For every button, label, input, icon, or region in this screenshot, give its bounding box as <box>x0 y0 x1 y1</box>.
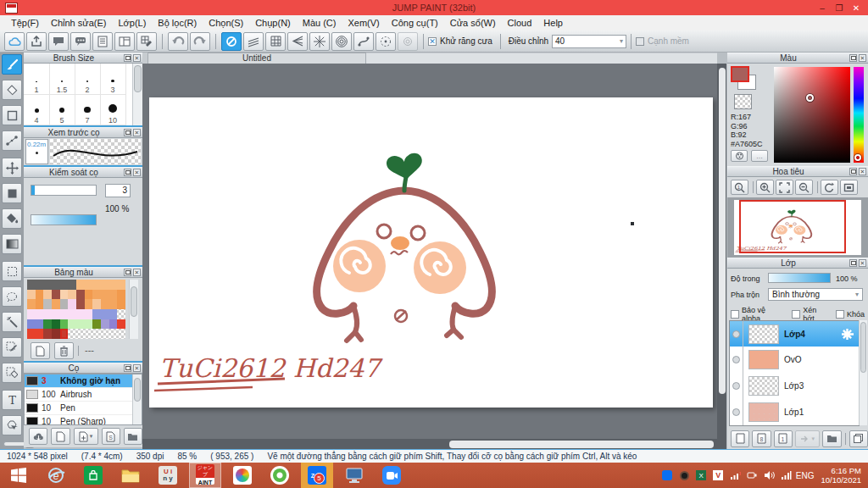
popout-icon[interactable] <box>849 54 857 62</box>
panel-header-brush-control[interactable]: Kiểm soát cọ ✕ <box>24 167 142 178</box>
canvas-hscrollbar[interactable] <box>142 439 726 449</box>
menu-help[interactable]: Help <box>537 18 569 28</box>
palette-swatch[interactable] <box>52 290 60 300</box>
close-icon[interactable]: ✕ <box>133 364 141 372</box>
brush-list-item[interactable]: 10Pen <box>25 402 142 415</box>
palette-swatch[interactable] <box>76 280 85 290</box>
close-icon[interactable]: ✕ <box>859 259 866 267</box>
palette-swatch[interactable] <box>92 299 101 309</box>
palette-swatch[interactable] <box>43 299 52 309</box>
layer-list-scrollbar[interactable] <box>859 320 867 425</box>
brush-folder-icon[interactable] <box>124 428 142 445</box>
medibang-paint-icon[interactable] <box>224 463 261 488</box>
panel-header-brush-preview[interactable]: Xem trước cọ ✕ <box>24 127 142 138</box>
menu-select[interactable]: Chọn(S) <box>203 18 249 28</box>
palette-swatch[interactable] <box>92 309 101 319</box>
palette-swatch[interactable] <box>52 309 60 319</box>
coccoc-browser-icon[interactable] <box>261 463 298 488</box>
panel-header-brushes[interactable]: Cọ ✕ <box>24 363 142 374</box>
palette-swatch[interactable] <box>101 280 109 290</box>
close-icon[interactable]: ✕ <box>859 54 866 62</box>
remote-desktop-icon[interactable] <box>336 463 373 488</box>
palette-swatch[interactable] <box>101 299 109 309</box>
layer-visibility-toggle[interactable] <box>730 321 743 347</box>
palette-swatch[interactable] <box>60 329 69 339</box>
tray-network-error-icon[interactable]: x <box>728 469 743 482</box>
operation-tool[interactable] <box>2 415 22 435</box>
popout-icon[interactable] <box>849 259 857 267</box>
fullscreen-icon[interactable] <box>840 180 858 195</box>
panel-header-layers[interactable]: Lớp ✕ <box>727 258 868 269</box>
popout-icon[interactable] <box>124 169 131 176</box>
layer-visibility-toggle[interactable] <box>730 347 743 373</box>
palette-swatch[interactable] <box>76 299 85 309</box>
tray-camera-icon[interactable] <box>677 469 692 482</box>
chat-icon[interactable] <box>70 32 91 51</box>
palette-swatch[interactable] <box>76 329 85 339</box>
zoom-in-icon[interactable] <box>756 180 774 195</box>
menu-tools[interactable]: Công cụ(T) <box>386 18 444 28</box>
palette-swatch[interactable] <box>27 280 36 290</box>
redo-icon[interactable] <box>190 32 210 51</box>
palette-swatch[interactable] <box>68 329 76 339</box>
lasso-tool[interactable] <box>2 286 22 307</box>
brush-width-value[interactable]: 3 <box>105 184 131 197</box>
panel-header-brush-size[interactable]: Brush Size ✕ <box>24 53 142 64</box>
layer-visibility-toggle[interactable] <box>730 373 743 399</box>
palette-swatch[interactable] <box>27 290 36 300</box>
palette-delete-icon[interactable] <box>54 342 74 359</box>
fill-rect-tool[interactable] <box>2 183 22 203</box>
palette-swatch[interactable] <box>60 290 69 300</box>
layer-visibility-toggle[interactable] <box>730 399 743 425</box>
undo-icon[interactable] <box>168 32 188 51</box>
adjust-combobox[interactable]: 40 ▾ <box>552 35 626 48</box>
palette-swatch[interactable] <box>68 319 76 330</box>
palette-swatch[interactable] <box>109 290 118 300</box>
palette-swatch[interactable] <box>85 319 93 330</box>
canvas-tab[interactable]: Untitled <box>147 53 366 64</box>
panel-header-palette[interactable]: Bảng màu ✕ <box>24 267 142 278</box>
add-layer-icon[interactable] <box>731 430 749 447</box>
panel-header-color[interactable]: Màu ✕ <box>727 53 868 64</box>
palette-swatch[interactable] <box>36 290 44 300</box>
snap-off-icon[interactable] <box>221 32 242 51</box>
popout-icon[interactable] <box>124 269 131 276</box>
file-explorer-icon[interactable] <box>112 463 149 488</box>
brush-new-icon[interactable] <box>51 428 70 445</box>
saturation-value-box[interactable] <box>774 67 850 163</box>
zoom-app-icon[interactable] <box>373 463 410 488</box>
close-icon[interactable]: ✕ <box>133 129 141 136</box>
move-tool[interactable] <box>2 158 22 178</box>
tray-v-icon[interactable]: V <box>711 469 726 482</box>
layer-folder-icon[interactable] <box>822 430 841 447</box>
palette-swatch[interactable] <box>85 309 93 319</box>
shape-brush-tool[interactable] <box>2 105 22 125</box>
palette-swatch[interactable] <box>43 319 52 330</box>
layer-row[interactable]: OvO <box>729 347 860 374</box>
palette-grid[interactable] <box>27 280 125 339</box>
palette-swatch[interactable] <box>117 299 125 309</box>
zalo-icon[interactable]: Zalo5 <box>301 463 333 488</box>
snap-settings-icon[interactable] <box>398 32 418 51</box>
palette-swatch[interactable] <box>60 319 69 330</box>
panel-header-navigator[interactable]: Hoa tiêu ✕ <box>727 166 868 177</box>
palette-swatch[interactable] <box>101 329 109 339</box>
snap-curve-icon[interactable] <box>353 32 374 51</box>
tray-power-icon[interactable] <box>745 469 760 482</box>
text-tool[interactable]: T <box>2 390 22 410</box>
color-options-icon[interactable]: … <box>751 150 768 162</box>
palette-swatch[interactable] <box>43 280 52 290</box>
tray-excel-icon[interactable]: X <box>694 469 709 482</box>
palette-swatch[interactable] <box>85 290 93 300</box>
eraser-tool[interactable] <box>2 80 22 100</box>
palette-swatch[interactable] <box>117 319 125 330</box>
canvas-vscrollbar[interactable] <box>717 64 726 439</box>
palette-swatch[interactable] <box>43 329 52 339</box>
palette-swatch[interactable] <box>68 309 76 319</box>
zoom-out-icon[interactable] <box>795 180 813 195</box>
palette-swatch[interactable] <box>109 299 118 309</box>
palette-swatch[interactable] <box>85 329 93 339</box>
bucket-tool[interactable] <box>2 208 22 229</box>
cloud-icon[interactable] <box>4 32 25 51</box>
menu-file[interactable]: Tệp(F) <box>5 18 45 28</box>
